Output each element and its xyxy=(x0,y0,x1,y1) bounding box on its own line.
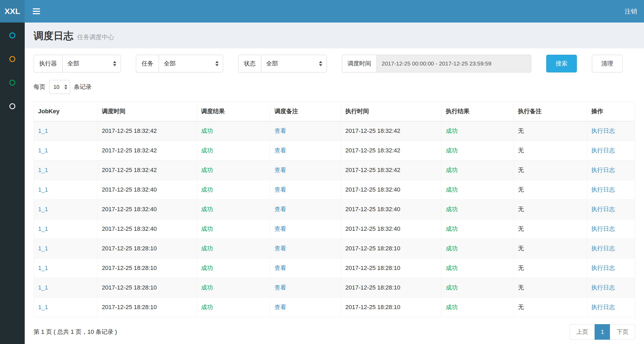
column-header-1: JobKey xyxy=(34,102,97,121)
trigger-time-cell: 2017-12-25 18:28:10 xyxy=(97,258,197,278)
page-size-control: 每页 10 条记录 xyxy=(34,80,635,94)
trigger-time-cell: 2017-12-25 18:32:40 xyxy=(97,219,197,239)
trigger-msg-link-cell: 查看 xyxy=(270,219,341,239)
trigger-result: 成功 xyxy=(201,265,213,271)
column-header-3: 调度结果 xyxy=(197,102,270,121)
jobkey-link-cell: 1_1 xyxy=(34,258,97,278)
jobkey-link[interactable]: 1_1 xyxy=(38,284,48,291)
jobkey-link[interactable]: 1_1 xyxy=(38,206,48,213)
handle-result-cell: 成功 xyxy=(442,141,514,160)
exec-log-link[interactable]: 执行日志 xyxy=(591,284,615,291)
exec-log-link-cell: 执行日志 xyxy=(587,219,635,239)
trigger-msg-link[interactable]: 查看 xyxy=(274,206,286,213)
content-header: 调度日志 任务调度中心 xyxy=(25,23,644,48)
jobkey-link[interactable]: 1_1 xyxy=(38,167,48,173)
sidebar-item-4[interactable] xyxy=(0,94,25,118)
column-header-4: 调度备注 xyxy=(270,102,341,121)
handle-result-cell: 成功 xyxy=(442,219,514,239)
exec-log-link[interactable]: 执行日志 xyxy=(591,245,615,252)
jobkey-link[interactable]: 1_1 xyxy=(38,186,48,193)
status-select[interactable]: 全部 xyxy=(261,55,327,72)
exec-log-link[interactable]: 执行日志 xyxy=(591,167,615,173)
trigger-result-cell: 成功 xyxy=(197,219,270,239)
jobkey-link-cell: 1_1 xyxy=(34,239,97,258)
column-header-5: 执行时间 xyxy=(341,102,442,121)
exec-log-link[interactable]: 执行日志 xyxy=(591,186,615,193)
log-table: JobKey调度时间调度结果调度备注执行时间执行结果执行备注操作 1_12017… xyxy=(34,101,635,317)
executor-select-value: 全部 xyxy=(67,60,79,68)
trigger-result: 成功 xyxy=(201,127,213,134)
job-filter-label: 任务 xyxy=(136,55,159,72)
clear-button[interactable]: 清理 xyxy=(592,55,623,72)
exec-log-link[interactable]: 执行日志 xyxy=(591,265,615,271)
trigger-msg-link[interactable]: 查看 xyxy=(274,127,286,134)
exec-log-link[interactable]: 执行日志 xyxy=(591,304,615,310)
sidebar-item-3[interactable] xyxy=(0,71,25,94)
handle-result-cell: 成功 xyxy=(442,239,514,258)
job-select[interactable]: 全部 xyxy=(159,55,223,72)
handle-time-cell: 2017-12-25 18:32:40 xyxy=(341,219,442,239)
hamburger-icon xyxy=(33,8,40,9)
status-filter-label: 状态 xyxy=(238,55,261,72)
exec-log-link[interactable]: 执行日志 xyxy=(591,127,615,134)
trigger-msg-link[interactable]: 查看 xyxy=(274,186,286,193)
current-page-button[interactable]: 1 xyxy=(595,324,610,340)
trigger-msg-link-cell: 查看 xyxy=(270,121,341,141)
trigger-msg-link-cell: 查看 xyxy=(270,258,341,278)
trigger-msg-link[interactable]: 查看 xyxy=(274,167,286,173)
exec-log-link[interactable]: 执行日志 xyxy=(591,206,615,213)
trigger-result-cell: 成功 xyxy=(197,121,270,141)
select-stepper-icon xyxy=(113,61,116,66)
trigger-msg-link-cell: 查看 xyxy=(270,200,341,219)
trigger-msg-link[interactable]: 查看 xyxy=(274,284,286,291)
trigger-msg-link[interactable]: 查看 xyxy=(274,225,286,232)
trigger-result: 成功 xyxy=(201,167,213,173)
circle-icon xyxy=(9,80,15,86)
jobkey-link[interactable]: 1_1 xyxy=(38,245,48,252)
jobkey-link[interactable]: 1_1 xyxy=(38,225,48,232)
trigger-result-cell: 成功 xyxy=(197,239,270,258)
app-logo[interactable]: XXL xyxy=(0,0,25,23)
trigger-result: 成功 xyxy=(201,206,213,213)
trigger-msg-link[interactable]: 查看 xyxy=(274,245,286,252)
exec-log-link[interactable]: 执行日志 xyxy=(591,147,615,154)
search-button[interactable]: 搜索 xyxy=(546,55,577,72)
trigger-msg-link[interactable]: 查看 xyxy=(274,147,286,154)
jobkey-link[interactable]: 1_1 xyxy=(38,265,48,271)
table-row: 1_12017-12-25 18:32:42成功查看2017-12-25 18:… xyxy=(34,141,635,160)
trigger-result-cell: 成功 xyxy=(197,141,270,160)
prev-page-button[interactable]: 上页 xyxy=(570,324,595,340)
next-page-button[interactable]: 下页 xyxy=(610,324,635,340)
handle-msg-cell: 无 xyxy=(513,258,587,278)
trigger-time-cell: 2017-12-25 18:32:42 xyxy=(97,160,197,180)
page-subtitle: 任务调度中心 xyxy=(77,33,114,41)
sidebar-toggle-button[interactable] xyxy=(25,8,48,14)
handle-result: 成功 xyxy=(446,304,458,310)
trigger-msg-link-cell: 查看 xyxy=(270,278,341,298)
page-title: 调度日志 xyxy=(34,29,73,43)
trigger-msg-link[interactable]: 查看 xyxy=(274,265,286,271)
select-stepper-icon xyxy=(64,85,67,89)
trigger-result-cell: 成功 xyxy=(197,298,270,317)
time-range-value: 2017-12-25 00:00:00 - 2017-12-25 23:59:5… xyxy=(382,60,491,67)
trigger-time-cell: 2017-12-25 18:28:10 xyxy=(97,239,197,258)
exec-log-link-cell: 执行日志 xyxy=(587,239,635,258)
exec-log-link-cell: 执行日志 xyxy=(587,180,635,200)
jobkey-link[interactable]: 1_1 xyxy=(38,127,48,134)
trigger-time-cell: 2017-12-25 18:28:10 xyxy=(97,278,197,298)
sidebar-item-2[interactable] xyxy=(0,47,25,71)
executor-select[interactable]: 全部 xyxy=(62,55,121,72)
top-navbar: XXL 注销 xyxy=(0,0,644,23)
exec-log-link[interactable]: 执行日志 xyxy=(591,225,615,232)
time-range-input[interactable]: 2017-12-25 00:00:00 - 2017-12-25 23:59:5… xyxy=(377,55,531,72)
jobkey-link[interactable]: 1_1 xyxy=(38,147,48,154)
logout-link[interactable]: 注销 xyxy=(618,7,644,16)
jobkey-link[interactable]: 1_1 xyxy=(38,304,48,310)
trigger-msg-link[interactable]: 查看 xyxy=(274,304,286,310)
executor-filter-group: 执行器 全部 xyxy=(34,55,121,72)
page-size-select[interactable]: 10 xyxy=(49,80,70,94)
handle-time-cell: 2017-12-25 18:32:42 xyxy=(341,160,442,180)
handle-time-cell: 2017-12-25 18:32:40 xyxy=(341,200,442,219)
handle-msg-cell: 无 xyxy=(513,278,587,298)
sidebar-item-1[interactable] xyxy=(0,24,25,47)
